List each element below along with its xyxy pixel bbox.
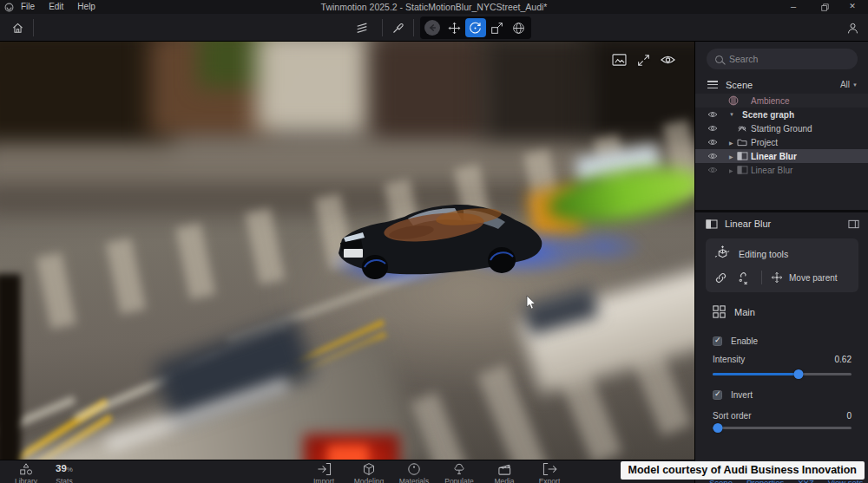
export-button[interactable]: Export — [527, 462, 572, 483]
toolbar-divider — [33, 19, 34, 36]
sort-order-label: Sort order — [713, 411, 751, 421]
import-icon — [301, 462, 346, 476]
export-icon — [527, 462, 572, 476]
menu-edit[interactable]: Edit — [42, 0, 70, 14]
chevron-down-icon: ▼ — [852, 82, 858, 88]
twinmotion-logo-icon — [4, 3, 14, 12]
window-title: Twinmotion 2025.2 - StaticMotionBlur_NYC… — [0, 0, 868, 14]
motion-blur-glow — [560, 227, 647, 266]
home-button[interactable] — [7, 18, 28, 37]
layers-button[interactable] — [352, 18, 372, 37]
stats-button[interactable]: 39% Stats — [42, 462, 87, 483]
eye-icon[interactable] — [707, 139, 718, 146]
scene-row-linear-blur[interactable]: ▶ Linear Blur — [695, 163, 868, 177]
rotate-tool-button[interactable] — [465, 18, 486, 37]
detach-icon[interactable] — [737, 271, 760, 284]
cube-icon — [346, 462, 391, 476]
scale-tool-button[interactable] — [487, 18, 508, 37]
linear-blur-icon — [737, 166, 748, 174]
invert-row: Invert — [713, 390, 753, 400]
enable-row: Enable — [713, 336, 758, 346]
titlebar: File Edit Help Twinmotion 2025.2 - Stati… — [0, 0, 868, 14]
intensity-slider[interactable] — [713, 369, 852, 379]
gizmo-toolbar — [420, 16, 531, 39]
intensity-label: Intensity — [713, 355, 745, 364]
grid-icon — [713, 305, 726, 318]
scene-filter-dropdown[interactable]: All▼ — [840, 80, 858, 89]
minimize-button[interactable]: – — [781, 0, 806, 14]
menu-help[interactable]: Help — [70, 0, 102, 14]
chevron-right-icon[interactable]: ▶ — [729, 153, 733, 160]
user-account-button[interactable] — [842, 18, 863, 37]
intensity-row: Intensity 0.62 — [713, 355, 852, 364]
eye-icon[interactable] — [707, 111, 718, 118]
menu-file[interactable]: File — [14, 0, 42, 14]
sort-order-slider[interactable] — [713, 423, 852, 433]
expand-viewport-button[interactable] — [635, 52, 651, 68]
link-icon[interactable] — [714, 271, 737, 284]
slider-knob[interactable] — [794, 369, 804, 379]
move-tool-button[interactable] — [444, 18, 464, 37]
scene-row-scene-graph[interactable]: ▼ Scene graph — [695, 108, 868, 121]
chevron-down-icon[interactable]: ▼ — [729, 112, 734, 117]
chevron-right-icon[interactable]: ▶ — [729, 140, 733, 146]
materials-button[interactable]: Materials — [391, 462, 437, 483]
search-icon — [715, 55, 723, 63]
bottom-dock: Library 39% Stats Import Modeling Materi… — [0, 460, 694, 483]
slider-fill — [713, 373, 799, 375]
eyedropper-button[interactable] — [387, 18, 408, 37]
scene-row-linear-blur-selected[interactable]: ▶ Linear Blur — [695, 149, 868, 163]
search-box[interactable] — [707, 49, 858, 69]
editing-tools-label: Editing tools — [739, 249, 788, 259]
slider-knob[interactable] — [713, 423, 723, 433]
mouse-cursor — [526, 295, 537, 310]
toolbar-divider — [382, 19, 383, 36]
panel-divider — [695, 210, 868, 212]
toolbar — [0, 14, 868, 42]
scene-row-starting-ground[interactable]: Starting Ground — [695, 121, 868, 135]
sort-order-row: Sort order 0 — [713, 411, 852, 421]
search-input[interactable] — [729, 54, 842, 64]
invert-checkbox[interactable] — [713, 390, 722, 400]
visibility-button[interactable] — [660, 52, 675, 68]
populate-button[interactable]: Populate — [437, 462, 482, 483]
thumbnail-frame-button[interactable] — [611, 52, 627, 68]
eye-icon[interactable] — [707, 153, 718, 160]
modeling-button[interactable]: Modeling — [346, 462, 391, 483]
sphere-icon — [391, 462, 437, 476]
eye-icon[interactable] — [707, 166, 718, 173]
card-divider — [761, 271, 762, 284]
import-button[interactable]: Import — [301, 462, 346, 483]
close-button[interactable]: ✕ — [840, 0, 865, 14]
audi-car[interactable] — [332, 187, 557, 287]
scene-row-ambience[interactable]: Ambience — [695, 94, 868, 108]
model-credit-tooltip: Model courtesy of Audi Business Innovati… — [621, 461, 865, 480]
right-panel: Scene All▼ Ambience ▼ Scene graph — [694, 42, 868, 483]
toolbar-divider — [413, 19, 414, 36]
main-section-header: Main — [713, 305, 755, 318]
restore-button[interactable] — [812, 0, 837, 14]
sort-order-value[interactable]: 0 — [846, 411, 852, 421]
tree-icon — [437, 462, 482, 476]
properties-title: Linear Blur — [725, 219, 771, 229]
back-button[interactable] — [423, 18, 444, 37]
folder-icon — [737, 138, 747, 147]
scene-menu-icon[interactable] — [707, 81, 718, 88]
world-space-button[interactable] — [509, 18, 529, 37]
scene-tree: Ambience ▼ Scene graph Starting Ground — [695, 94, 868, 177]
linear-blur-icon — [737, 152, 748, 160]
eye-icon[interactable] — [707, 125, 718, 132]
intensity-value[interactable]: 0.62 — [835, 355, 852, 364]
ambience-icon — [728, 95, 739, 106]
slider-track — [713, 427, 852, 429]
enable-checkbox[interactable] — [713, 336, 722, 346]
clapperboard-icon — [482, 462, 527, 476]
scene-row-project[interactable]: ▶ Project — [695, 135, 868, 149]
properties-header: Linear Blur — [695, 216, 868, 232]
panel-collapse-icon[interactable] — [848, 219, 859, 229]
media-button[interactable]: Media — [482, 462, 527, 483]
chevron-right-icon[interactable]: ▶ — [729, 167, 733, 173]
move-parent-button[interactable]: Move parent — [771, 271, 838, 284]
linear-blur-icon — [706, 219, 718, 229]
viewport-render[interactable] — [0, 42, 694, 460]
